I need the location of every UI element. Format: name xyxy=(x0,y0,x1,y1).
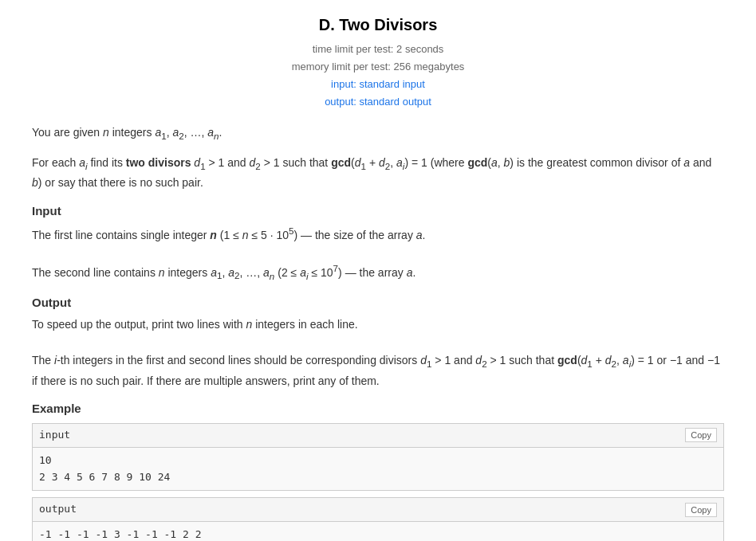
page-title: D. Two Divisors xyxy=(32,16,724,34)
intro-line1: You are given n integers a1, a2, …, an. xyxy=(32,123,724,143)
output-code-body: -1 -1 -1 -1 3 -1 -1 -1 2 2 -1 -1 -1 -1 2… xyxy=(33,522,723,541)
input-line2: The second line contains n integers a1, … xyxy=(32,261,724,284)
output-code-header: output Copy xyxy=(33,498,723,522)
output-copy-button[interactable]: Copy xyxy=(685,503,717,517)
input-line1: The first line contains single integer n… xyxy=(32,224,724,244)
input-section: Input The first line contains single int… xyxy=(32,202,724,284)
memory-limit: memory limit per test: 256 megabytes xyxy=(32,58,724,76)
input-code-block: input Copy 10 2 3 4 5 6 7 8 9 10 24 xyxy=(32,423,724,491)
output-line1: To speed up the output, print two lines … xyxy=(32,316,724,333)
example-title: Example xyxy=(32,399,724,418)
intro-section: You are given n integers a1, a2, …, an. xyxy=(32,123,724,143)
problem-text: For each ai find its two divisors d1 > 1… xyxy=(32,154,724,192)
output-type: output: standard output xyxy=(32,93,724,111)
output-code-block: output Copy -1 -1 -1 -1 3 -1 -1 -1 2 2 -… xyxy=(32,497,724,541)
time-limit: time limit per test: 2 seconds xyxy=(32,41,724,58)
problem-statement: For each ai find its two divisors d1 > 1… xyxy=(32,154,724,192)
example-section: Example input Copy 10 2 3 4 5 6 7 8 9 10… xyxy=(32,399,724,541)
input-code-label: input xyxy=(39,427,70,444)
output-title: Output xyxy=(32,293,724,312)
output-code-label: output xyxy=(39,501,77,518)
input-copy-button[interactable]: Copy xyxy=(685,428,717,442)
output-section: Output To speed up the output, print two… xyxy=(32,293,724,390)
input-code-header: input Copy xyxy=(33,424,723,448)
input-code-body: 10 2 3 4 5 6 7 8 9 10 24 xyxy=(33,448,723,491)
meta-info: time limit per test: 2 seconds memory li… xyxy=(32,41,724,111)
output-line2: The i-th integers in the first and secon… xyxy=(32,351,724,390)
input-type: input: standard input xyxy=(32,76,724,93)
input-title: Input xyxy=(32,202,724,221)
